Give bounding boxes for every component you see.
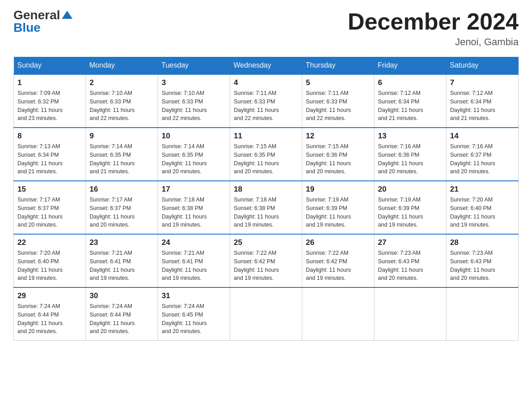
day-info: Sunrise: 7:16 AM Sunset: 6:36 PM Dayligh…	[378, 142, 442, 176]
day-info: Sunrise: 7:19 AM Sunset: 6:39 PM Dayligh…	[306, 196, 370, 229]
calendar-cell: 26Sunrise: 7:22 AM Sunset: 6:42 PM Dayli…	[302, 234, 374, 287]
week-row-3: 15Sunrise: 7:17 AM Sunset: 6:37 PM Dayli…	[14, 181, 519, 234]
svg-marker-0	[62, 11, 73, 19]
day-info: Sunrise: 7:17 AM Sunset: 6:37 PM Dayligh…	[90, 196, 154, 229]
calendar-cell	[374, 287, 446, 341]
day-number: 27	[378, 238, 442, 247]
day-info: Sunrise: 7:24 AM Sunset: 6:44 PM Dayligh…	[90, 302, 154, 336]
calendar-cell: 21Sunrise: 7:20 AM Sunset: 6:40 PM Dayli…	[446, 181, 519, 234]
day-number: 15	[17, 185, 82, 194]
day-info: Sunrise: 7:21 AM Sunset: 6:41 PM Dayligh…	[90, 249, 154, 283]
day-number: 20	[378, 185, 442, 194]
day-number: 29	[17, 291, 82, 300]
day-info: Sunrise: 7:21 AM Sunset: 6:41 PM Dayligh…	[162, 249, 226, 283]
day-number: 23	[90, 238, 154, 247]
day-info: Sunrise: 7:10 AM Sunset: 6:33 PM Dayligh…	[90, 89, 154, 123]
day-info: Sunrise: 7:11 AM Sunset: 6:33 PM Dayligh…	[234, 89, 298, 123]
column-header-monday: Monday	[86, 57, 158, 74]
day-info: Sunrise: 7:14 AM Sunset: 6:35 PM Dayligh…	[162, 142, 226, 176]
calendar-cell	[446, 287, 519, 341]
day-number: 9	[90, 132, 154, 141]
calendar-subtitle: Jenoi, Gambia	[348, 36, 519, 48]
day-number: 25	[234, 238, 298, 247]
day-info: Sunrise: 7:09 AM Sunset: 6:32 PM Dayligh…	[17, 89, 82, 123]
calendar-header-row: SundayMondayTuesdayWednesdayThursdayFrid…	[14, 57, 519, 74]
day-number: 26	[306, 238, 370, 247]
day-info: Sunrise: 7:19 AM Sunset: 6:39 PM Dayligh…	[378, 196, 442, 229]
day-number: 12	[306, 132, 370, 141]
calendar-table: SundayMondayTuesdayWednesdayThursdayFrid…	[13, 57, 519, 341]
calendar-cell: 29Sunrise: 7:24 AM Sunset: 6:44 PM Dayli…	[14, 287, 86, 341]
day-info: Sunrise: 7:20 AM Sunset: 6:40 PM Dayligh…	[17, 249, 82, 283]
title-area: December 2024 Jenoi, Gambia	[348, 9, 519, 48]
column-header-sunday: Sunday	[14, 57, 86, 74]
page-header: General Blue December 2024 Jenoi, Gambia	[13, 9, 519, 48]
calendar-cell: 1Sunrise: 7:09 AM Sunset: 6:32 PM Daylig…	[14, 74, 86, 128]
calendar-title: December 2024	[348, 9, 519, 34]
day-info: Sunrise: 7:22 AM Sunset: 6:42 PM Dayligh…	[234, 249, 298, 283]
day-info: Sunrise: 7:17 AM Sunset: 6:37 PM Dayligh…	[17, 196, 82, 229]
column-header-thursday: Thursday	[302, 57, 374, 74]
day-number: 31	[162, 291, 226, 300]
day-info: Sunrise: 7:23 AM Sunset: 6:43 PM Dayligh…	[378, 249, 442, 283]
calendar-cell: 3Sunrise: 7:10 AM Sunset: 6:33 PM Daylig…	[158, 74, 230, 128]
day-info: Sunrise: 7:20 AM Sunset: 6:40 PM Dayligh…	[450, 196, 515, 229]
column-header-wednesday: Wednesday	[230, 57, 302, 74]
calendar-cell: 20Sunrise: 7:19 AM Sunset: 6:39 PM Dayli…	[374, 181, 446, 234]
day-info: Sunrise: 7:13 AM Sunset: 6:34 PM Dayligh…	[17, 142, 82, 176]
day-number: 16	[90, 185, 154, 194]
day-info: Sunrise: 7:14 AM Sunset: 6:35 PM Dayligh…	[90, 142, 154, 176]
calendar-cell: 23Sunrise: 7:21 AM Sunset: 6:41 PM Dayli…	[86, 234, 158, 287]
day-number: 6	[378, 78, 442, 87]
day-number: 5	[306, 78, 370, 87]
calendar-cell: 25Sunrise: 7:22 AM Sunset: 6:42 PM Dayli…	[230, 234, 302, 287]
calendar-cell: 10Sunrise: 7:14 AM Sunset: 6:35 PM Dayli…	[158, 128, 230, 181]
calendar-cell: 22Sunrise: 7:20 AM Sunset: 6:40 PM Dayli…	[14, 234, 86, 287]
logo-triangle-icon	[61, 9, 73, 21]
calendar-cell: 15Sunrise: 7:17 AM Sunset: 6:37 PM Dayli…	[14, 181, 86, 234]
day-number: 30	[90, 291, 154, 300]
day-number: 1	[17, 78, 82, 87]
week-row-1: 1Sunrise: 7:09 AM Sunset: 6:32 PM Daylig…	[14, 74, 519, 128]
calendar-cell: 28Sunrise: 7:23 AM Sunset: 6:43 PM Dayli…	[446, 234, 519, 287]
day-number: 14	[450, 132, 515, 141]
day-number: 24	[162, 238, 226, 247]
calendar-cell: 19Sunrise: 7:19 AM Sunset: 6:39 PM Dayli…	[302, 181, 374, 234]
calendar-cell: 5Sunrise: 7:11 AM Sunset: 6:33 PM Daylig…	[302, 74, 374, 128]
calendar-cell: 8Sunrise: 7:13 AM Sunset: 6:34 PM Daylig…	[14, 128, 86, 181]
calendar-cell: 4Sunrise: 7:11 AM Sunset: 6:33 PM Daylig…	[230, 74, 302, 128]
week-row-2: 8Sunrise: 7:13 AM Sunset: 6:34 PM Daylig…	[14, 128, 519, 181]
day-number: 2	[90, 78, 154, 87]
day-info: Sunrise: 7:23 AM Sunset: 6:43 PM Dayligh…	[450, 249, 515, 283]
calendar-cell: 2Sunrise: 7:10 AM Sunset: 6:33 PM Daylig…	[86, 74, 158, 128]
day-number: 21	[450, 185, 515, 194]
column-header-tuesday: Tuesday	[158, 57, 230, 74]
day-info: Sunrise: 7:11 AM Sunset: 6:33 PM Dayligh…	[306, 89, 370, 123]
calendar-cell	[230, 287, 302, 341]
day-number: 4	[234, 78, 298, 87]
calendar-cell: 31Sunrise: 7:24 AM Sunset: 6:45 PM Dayli…	[158, 287, 230, 341]
calendar-cell: 16Sunrise: 7:17 AM Sunset: 6:37 PM Dayli…	[86, 181, 158, 234]
day-info: Sunrise: 7:16 AM Sunset: 6:37 PM Dayligh…	[450, 142, 515, 176]
day-info: Sunrise: 7:24 AM Sunset: 6:45 PM Dayligh…	[162, 302, 226, 336]
day-number: 17	[162, 185, 226, 194]
calendar-cell: 13Sunrise: 7:16 AM Sunset: 6:36 PM Dayli…	[374, 128, 446, 181]
day-number: 7	[450, 78, 515, 87]
day-number: 13	[378, 132, 442, 141]
calendar-cell: 6Sunrise: 7:12 AM Sunset: 6:34 PM Daylig…	[374, 74, 446, 128]
day-info: Sunrise: 7:18 AM Sunset: 6:38 PM Dayligh…	[162, 196, 226, 229]
calendar-cell: 24Sunrise: 7:21 AM Sunset: 6:41 PM Dayli…	[158, 234, 230, 287]
column-header-saturday: Saturday	[446, 57, 519, 74]
calendar-cell: 27Sunrise: 7:23 AM Sunset: 6:43 PM Dayli…	[374, 234, 446, 287]
calendar-cell: 11Sunrise: 7:15 AM Sunset: 6:35 PM Dayli…	[230, 128, 302, 181]
day-number: 11	[234, 132, 298, 141]
calendar-cell	[302, 287, 374, 341]
day-number: 10	[162, 132, 226, 141]
day-info: Sunrise: 7:24 AM Sunset: 6:44 PM Dayligh…	[17, 302, 82, 336]
day-number: 19	[306, 185, 370, 194]
week-row-4: 22Sunrise: 7:20 AM Sunset: 6:40 PM Dayli…	[14, 234, 519, 287]
day-info: Sunrise: 7:12 AM Sunset: 6:34 PM Dayligh…	[378, 89, 442, 123]
calendar-cell: 12Sunrise: 7:15 AM Sunset: 6:36 PM Dayli…	[302, 128, 374, 181]
day-info: Sunrise: 7:10 AM Sunset: 6:33 PM Dayligh…	[162, 89, 226, 123]
day-info: Sunrise: 7:12 AM Sunset: 6:34 PM Dayligh…	[450, 89, 515, 123]
